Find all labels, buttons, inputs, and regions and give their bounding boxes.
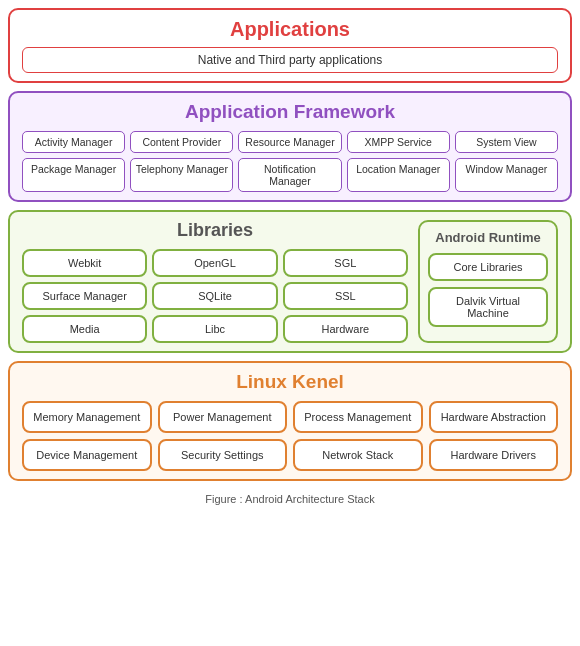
applications-section: Applications Native and Third party appl… <box>8 8 572 83</box>
library-cell: Surface Manager <box>22 282 147 310</box>
library-cell: SSL <box>283 282 408 310</box>
libraries-left: Libraries WebkitOpenGLSGLSurface Manager… <box>22 220 408 343</box>
library-cell: Hardware <box>283 315 408 343</box>
kernel-cell: Process Management <box>293 401 423 433</box>
framework-cell: Package Manager <box>22 158 125 192</box>
framework-section: Application Framework Activity ManagerCo… <box>8 91 572 202</box>
framework-cell: Location Manager <box>347 158 450 192</box>
framework-cell: Telephony Manager <box>130 158 233 192</box>
kernel-cell: Device Management <box>22 439 152 471</box>
kernel-cell: Netwrok Stack <box>293 439 423 471</box>
library-cell: Webkit <box>22 249 147 277</box>
library-cell: SGL <box>283 249 408 277</box>
framework-grid: Activity ManagerContent ProviderResource… <box>22 131 558 192</box>
kernel-section: Linux Kenel Memory ManagementPower Manag… <box>8 361 572 481</box>
kernel-cell: Security Settings <box>158 439 288 471</box>
framework-title: Application Framework <box>22 101 558 123</box>
runtime-section: Android Runtime Core LibrariesDalvik Vir… <box>418 220 558 343</box>
framework-cell: Resource Manager <box>238 131 341 153</box>
runtime-title: Android Runtime <box>428 230 548 245</box>
applications-subtitle: Native and Third party applications <box>22 47 558 73</box>
library-cell: Libc <box>152 315 277 343</box>
kernel-title: Linux Kenel <box>22 371 558 393</box>
library-cell: OpenGL <box>152 249 277 277</box>
libraries-title: Libraries <box>22 220 408 241</box>
library-cell: Media <box>22 315 147 343</box>
kernel-cell: Power Management <box>158 401 288 433</box>
kernel-cell: Memory Management <box>22 401 152 433</box>
framework-cell: System View <box>455 131 558 153</box>
kernel-cell: Hardware Abstraction <box>429 401 559 433</box>
runtime-cell: Core Libraries <box>428 253 548 281</box>
figure-caption: Figure : Android Architecture Stack <box>205 493 374 505</box>
framework-cell: XMPP Service <box>347 131 450 153</box>
runtime-cell: Dalvik Virtual Machine <box>428 287 548 327</box>
framework-cell: Content Provider <box>130 131 233 153</box>
kernel-grid: Memory ManagementPower ManagementProcess… <box>22 401 558 471</box>
framework-cell: Activity Manager <box>22 131 125 153</box>
libraries-runtime-section: Libraries WebkitOpenGLSGLSurface Manager… <box>8 210 572 353</box>
kernel-cell: Hardware Drivers <box>429 439 559 471</box>
framework-cell: Notification Manager <box>238 158 341 192</box>
library-cell: SQLite <box>152 282 277 310</box>
framework-cell: Window Manager <box>455 158 558 192</box>
applications-title: Applications <box>22 18 558 41</box>
libraries-grid: WebkitOpenGLSGLSurface ManagerSQLiteSSLM… <box>22 249 408 343</box>
